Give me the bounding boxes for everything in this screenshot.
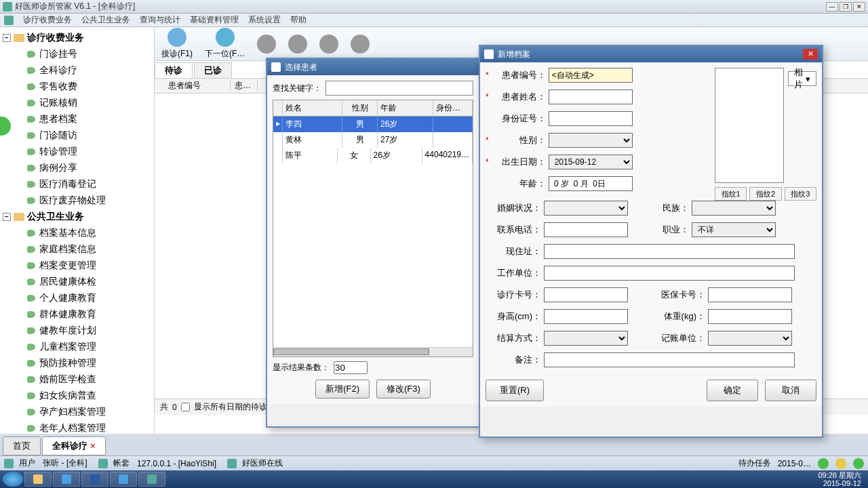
idcard-input[interactable] — [549, 111, 633, 126]
task-explorer[interactable] — [24, 472, 52, 487]
task-app[interactable] — [138, 472, 165, 487]
show-all-dates-checkbox[interactable] — [181, 403, 190, 411]
toolbar-next[interactable]: 下一位(F… — [205, 28, 245, 60]
tree-item-maternal[interactable]: 孕产妇档案管理 — [0, 404, 154, 420]
tree-item-edu-plan[interactable]: 健教年度计划 — [0, 323, 154, 339]
task-ie1[interactable] — [53, 472, 80, 487]
grid-scrollbar[interactable] — [273, 347, 473, 357]
fingerprint2-button[interactable]: 指纹2 — [749, 187, 781, 201]
age-input[interactable] — [549, 176, 633, 191]
tree-item-elderly[interactable]: 老年人档案管理 — [0, 420, 154, 434]
tree-item-women-screen[interactable]: 妇女疾病普查 — [0, 388, 154, 404]
menu-basedata[interactable]: 基础资料管理 — [190, 14, 239, 26]
tree-item-case-share[interactable]: 病例分享 — [0, 160, 154, 176]
minimize-button[interactable]: — — [826, 2, 838, 12]
tree-item-general[interactable]: 全科诊疗 — [0, 62, 154, 79]
tree-item-personal-edu[interactable]: 个人健康教育 — [0, 290, 154, 306]
tab-waiting[interactable]: 待诊 — [155, 62, 193, 78]
cancel-button[interactable]: 取消 — [765, 380, 816, 401]
keyword-input[interactable] — [326, 81, 473, 96]
tree-item-archive-change[interactable]: 档案变更管理 — [0, 258, 154, 274]
tree-item-child-archive[interactable]: 儿童档案管理 — [0, 339, 154, 355]
tree-item-vaccine[interactable]: 预防接种管理 — [0, 355, 154, 371]
tree-item-family-archive[interactable]: 家庭档案信息 — [0, 241, 154, 258]
tree-item-patient-file[interactable]: 患者档案 — [0, 111, 154, 127]
ok-button[interactable]: 确定 — [707, 380, 758, 401]
restore-button[interactable]: ❐ — [840, 2, 852, 12]
col-age[interactable]: 年龄 — [378, 100, 433, 116]
sex-select[interactable] — [549, 133, 633, 148]
tree-item-registration[interactable]: 门诊挂号 — [0, 46, 154, 62]
toolbar-btn3[interactable] — [257, 35, 276, 54]
reset-button[interactable]: 重置(R) — [486, 380, 544, 401]
settlement-label: 结算方式： — [486, 332, 541, 344]
tree-item-followup[interactable]: 门诊随访 — [0, 127, 154, 144]
age-label: 年龄： — [490, 178, 546, 190]
billing-unit-select[interactable] — [708, 331, 792, 346]
height-input[interactable] — [544, 309, 628, 324]
patient-no-input[interactable] — [549, 68, 633, 83]
close-button[interactable]: ✕ — [853, 2, 865, 12]
fingerprint3-button[interactable]: 指纹3 — [785, 187, 816, 201]
tree-item-billing-writeoff[interactable]: 记账核销 — [0, 95, 154, 111]
insurance-card-label: 医保卡号： — [655, 289, 705, 301]
col-idcard[interactable]: 身份… — [433, 100, 473, 116]
tree-group-billing[interactable]: − 诊疗收费业务 — [0, 30, 154, 46]
ethnic-select[interactable] — [692, 201, 776, 216]
patient-row[interactable]: ▸李四男26岁 — [273, 117, 473, 132]
address-input[interactable] — [544, 244, 795, 259]
new-patient-button[interactable]: 新增(F2) — [315, 380, 370, 399]
menu-help[interactable]: 帮助 — [290, 14, 307, 26]
menu-reports[interactable]: 查询与统计 — [140, 14, 180, 26]
page-tab-general[interactable]: 全科诊疗× — [42, 436, 106, 455]
tree-group-public-health[interactable]: − 公共卫生业务 — [0, 209, 154, 225]
tab-done[interactable]: 已诊 — [194, 62, 232, 78]
dob-input[interactable]: 2015-09-12 — [549, 155, 633, 169]
phone-input[interactable] — [544, 222, 628, 237]
edit-patient-button[interactable]: 修改(F3) — [376, 380, 431, 399]
col-name[interactable]: 姓名 — [283, 100, 342, 116]
start-button[interactable] — [3, 472, 23, 487]
settlement-select[interactable] — [544, 331, 628, 346]
remark-input[interactable] — [544, 352, 795, 367]
tree-item-disinfect[interactable]: 医疗消毒登记 — [0, 176, 154, 192]
marital-select[interactable] — [544, 201, 628, 216]
fingerprint1-button[interactable]: 指纹1 — [715, 187, 747, 201]
patient-name-input[interactable] — [549, 89, 633, 104]
collapse-icon[interactable]: − — [3, 34, 11, 42]
menu-public-health[interactable]: 公共卫生业务 — [81, 14, 130, 26]
menu-settings[interactable]: 系统设置 — [248, 14, 281, 26]
page-tab-home[interactable]: 首页 — [3, 436, 41, 455]
task-ie2[interactable] — [110, 472, 137, 487]
toolbar-admit[interactable]: 接诊(F1) — [161, 28, 193, 60]
clinic-card-input[interactable] — [544, 287, 628, 302]
dialog-close-button[interactable]: ✕ — [803, 49, 818, 60]
menu-billing[interactable]: 诊疗收费业务 — [23, 14, 72, 26]
tree-item-referral[interactable]: 转诊管理 — [0, 144, 154, 160]
toolbar-btn4[interactable] — [288, 35, 307, 54]
toolbar-btn6[interactable] — [351, 35, 370, 54]
result-count-input[interactable] — [334, 361, 368, 374]
sex-label: 性别： — [490, 134, 546, 146]
task-word[interactable] — [81, 472, 108, 487]
tree-item-group-edu[interactable]: 群体健康教育 — [0, 306, 154, 323]
close-icon[interactable]: × — [90, 441, 96, 451]
patient-row[interactable]: 陈平女26岁44040219… — [273, 148, 473, 163]
weight-input[interactable] — [708, 309, 792, 324]
photo-button[interactable]: 相片 ▾ — [788, 71, 816, 86]
tree-item-premarital[interactable]: 婚前医学检查 — [0, 371, 154, 388]
patient-row[interactable]: 黄林男27岁 — [273, 132, 473, 148]
todo-tasks[interactable]: 待办任务 — [738, 458, 771, 469]
online-label[interactable]: 好医师在线 — [242, 458, 283, 469]
workplace-input[interactable] — [544, 266, 795, 281]
tree-item-retail[interactable]: 零售收费 — [0, 79, 154, 95]
tree-item-resident-exam[interactable]: 居民健康体检 — [0, 274, 154, 290]
insurance-card-input[interactable] — [708, 287, 792, 302]
taskbar-clock[interactable]: 09:28 星期六 2015-09-12 — [818, 471, 865, 487]
collapse-icon[interactable]: − — [3, 213, 11, 221]
toolbar-btn5[interactable] — [319, 35, 338, 54]
tree-item-waste[interactable]: 医疗废弃物处理 — [0, 192, 154, 209]
col-sex[interactable]: 性别 — [342, 100, 378, 116]
tree-item-archive-basic[interactable]: 档案基本信息 — [0, 225, 154, 241]
job-select[interactable]: 不详 — [692, 222, 776, 237]
